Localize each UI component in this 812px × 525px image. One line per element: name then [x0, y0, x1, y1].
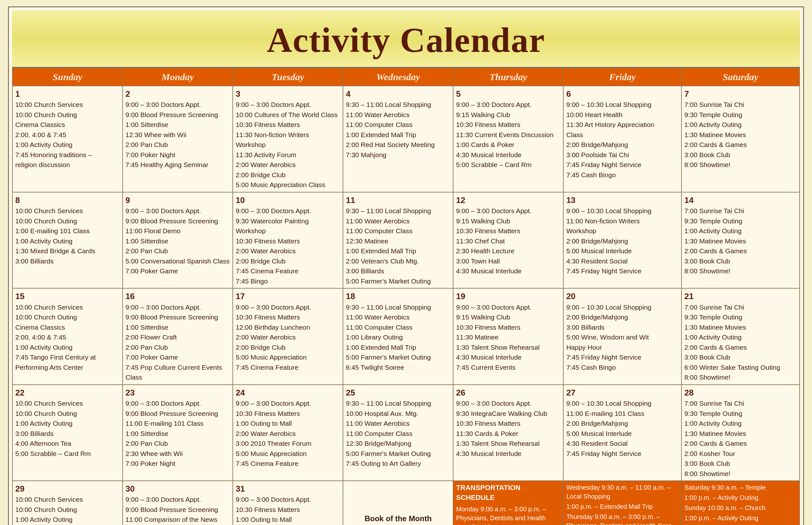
- day-events: 9:00 – 3:00 Doctors Appt.9:30 Watercolor…: [236, 206, 340, 286]
- day-cell: 319:00 – 3:00 Doctors Appt.10:30 Fitness…: [233, 481, 343, 525]
- event-item: 9:00 – 3:00 Doctors Appt.: [456, 206, 561, 216]
- day-events: 7:00 Sunrise Tai Chi9:30 Temple Outing1:…: [684, 302, 797, 382]
- event-item: 1:00 Sitterdise: [126, 120, 230, 130]
- day-events: 7:00 Sunrise Tai Chi9:30 Temple Outing1:…: [684, 100, 797, 170]
- event-item: 7:00 Sunrise Tai Chi: [684, 206, 797, 216]
- day-events: 9:00 – 3:00 Doctors Appt.10:30 Fitness M…: [236, 302, 340, 373]
- transport-line: Saturday 9:30 a.m. – Temple: [684, 483, 797, 492]
- event-item: 2:00 Bridge Club: [236, 256, 340, 266]
- event-item: 2:00 Cards & Games: [684, 140, 797, 150]
- event-item: 2:30 Health Lecture: [456, 246, 561, 256]
- event-item: 9:15 Walking Club: [456, 110, 561, 120]
- day-events: 9:00 – 3:00 Doctors Appt.9:00 Blood Pres…: [126, 100, 230, 170]
- event-item: 5:00 Music Appreciation: [236, 352, 340, 362]
- event-item: 3:00 Book Club: [684, 256, 797, 266]
- event-item: 10:00 Church Outing: [15, 110, 120, 120]
- event-item: 10:00 Hospital Aux. Mtg.: [346, 408, 450, 419]
- event-item: 3:00 Book Club: [684, 150, 797, 160]
- day-number: 24: [236, 387, 245, 399]
- day-cell: 77:00 Sunrise Tai Chi9:30 Temple Outing1…: [681, 86, 800, 192]
- day-cell: 39:00 – 3:00 Doctors Appt.10:00 Cultures…: [233, 86, 343, 192]
- event-item: 1:00 Activity Outing: [684, 120, 797, 130]
- day-events: 9:00 – 10:30 Local Shopping11:00 Non-fic…: [566, 206, 679, 276]
- day-number: 20: [566, 290, 576, 302]
- day-cell: 209:00 – 10:30 Local Shopping2:00 Bridge…: [563, 288, 681, 384]
- event-item: Cinema Classics: [15, 322, 120, 332]
- day-number: 30: [126, 483, 135, 494]
- event-item: 9:00 – 3:00 Doctors Appt.: [126, 494, 230, 505]
- event-item: 9:00 – 3:00 Doctors Appt.: [236, 302, 340, 313]
- event-item: 7:45 Friday Night Service: [566, 449, 679, 459]
- event-item: 9:00 Blood Pressure Screening: [126, 312, 230, 322]
- event-item: 9:30 IntegraCare Walking Club: [456, 408, 561, 419]
- event-item: 9:00 – 10:30 Local Shopping: [566, 399, 679, 408]
- event-item: 7:00 Poker Game: [126, 266, 230, 276]
- day-cell: 119:30 – 11:00 Local Shopping11:00 Water…: [343, 192, 453, 288]
- event-item: 1:00 Sitterdise: [126, 236, 230, 246]
- event-item: 2:00 Water Aerobics: [236, 246, 340, 256]
- transport-line: 1:00 p.m. – Activity Outing: [684, 513, 797, 523]
- day-number: 22: [15, 387, 25, 399]
- day-number: 11: [346, 194, 355, 206]
- event-item: 10:30 Fitness Matters: [236, 408, 340, 419]
- header-row: Sunday Monday Tuesday Wednesday Thursday…: [12, 68, 800, 86]
- event-item: 1:00 Cards & Poker: [456, 140, 561, 150]
- day-number: 17: [236, 290, 245, 302]
- event-item: 6:45 Twilight Soiree: [346, 362, 450, 373]
- day-cell: 179:00 – 3:00 Doctors Appt.10:30 Fitness…: [233, 288, 343, 384]
- week-row-5: 2910:00 Church Services10:00 Church Outi…: [12, 481, 800, 525]
- event-item: Performing Arts Center: [15, 362, 120, 373]
- event-item: 2:00 Kosher Tour: [684, 449, 797, 459]
- event-item: 9:00 – 3:00 Doctors Appt.: [126, 206, 230, 216]
- day-cell: 49:30 – 11:00 Local Shopping11:00 Water …: [343, 86, 453, 192]
- event-item: 4:30 Musical Interlude: [456, 266, 561, 276]
- event-item: 2:00 Pan Club: [126, 438, 230, 449]
- event-item: 8:00 Showtime!: [684, 160, 797, 170]
- event-item: 7:45 Friday Night Service: [566, 266, 679, 276]
- week-row-3: 1510:00 Church Services10:00 Church Outi…: [12, 288, 800, 384]
- day-events: 9:00 – 3:00 Doctors Appt.9:30 IntegraCar…: [456, 399, 561, 459]
- event-item: 1:00 Extended Mall Trip: [346, 246, 450, 256]
- event-item: 9:00 – 10:30 Local Shopping: [566, 100, 679, 110]
- day-number: 1: [15, 88, 20, 100]
- event-item: 11:30 Activity Forum: [236, 150, 340, 160]
- header-monday: Monday: [122, 68, 233, 86]
- event-item: 2:00 Bridge Club: [236, 170, 340, 180]
- event-item: 7:30 Mahjong: [346, 150, 450, 160]
- event-item: 9:30 Watercolor Painting: [236, 216, 340, 226]
- event-item: 1:30 Matinee Movies: [684, 322, 797, 332]
- event-item: Workshop: [236, 226, 340, 236]
- day-number: 4: [346, 88, 350, 100]
- day-cell: 287:00 Sunrise Tai Chi9:30 Temple Outing…: [681, 385, 800, 481]
- day-events: 9:00 – 3:00 Doctors Appt.10:30 Fitness M…: [236, 494, 340, 525]
- day-cell: 239:00 – 3:00 Doctors Appt.9:00 Blood Pr…: [122, 385, 233, 481]
- day-cell: 169:00 – 3:00 Doctors Appt.9:00 Blood Pr…: [122, 288, 233, 384]
- event-item: 7:45 Honoring traditions –: [15, 150, 120, 160]
- event-item: 12:30 Whee with Wii: [126, 130, 230, 140]
- event-item: 1:00 Outing to Mall: [236, 418, 340, 429]
- day-events: 9:30 – 11:00 Local Shopping10:00 Hospita…: [346, 399, 450, 469]
- event-item: 9:30 – 11:00 Local Shopping: [346, 100, 450, 110]
- event-item: 2:00 Red Hat Society Meeting: [346, 140, 450, 150]
- day-cell: 810:00 Church Services10:00 Church Outin…: [12, 192, 122, 288]
- event-item: 10:30 Fitness Matters: [456, 322, 561, 332]
- event-item: 11:00 Water Aerobics: [346, 312, 450, 322]
- transport-line: 1:00 p.m. – Extended Mall Trip: [566, 502, 679, 511]
- event-item: 7:00 Sunrise Tai Chi: [684, 100, 797, 110]
- event-item: Happy Hour: [566, 342, 679, 352]
- event-item: 9:30 – 11:00 Local Shopping: [346, 399, 450, 408]
- event-item: 1:00 Sitterdise: [126, 322, 230, 332]
- event-item: religion discussion: [15, 160, 120, 170]
- event-item: 7:45 Bingo: [236, 276, 340, 286]
- day-events: 10:00 Church Services10:00 Church Outing…: [15, 206, 120, 266]
- day-cell: 259:30 – 11:00 Local Shopping10:00 Hospi…: [343, 385, 453, 481]
- event-item: 11:00 Water Aerobics: [346, 110, 450, 120]
- day-number: 10: [236, 194, 245, 206]
- day-number: 5: [456, 88, 461, 100]
- transport-cell-mon-thu: TRANSPORTATION SCHEDULEMonday 9:00 a.m. …: [453, 481, 563, 525]
- event-item: 10:30 Fitness Matters: [236, 120, 340, 130]
- day-number: 16: [126, 290, 135, 302]
- day-events: 9:00 – 10:30 Local Shopping11:00 E-maili…: [566, 399, 679, 459]
- event-item: 5:00 Scrabble – Card Rm: [15, 449, 120, 459]
- header-wednesday: Wednesday: [343, 68, 453, 86]
